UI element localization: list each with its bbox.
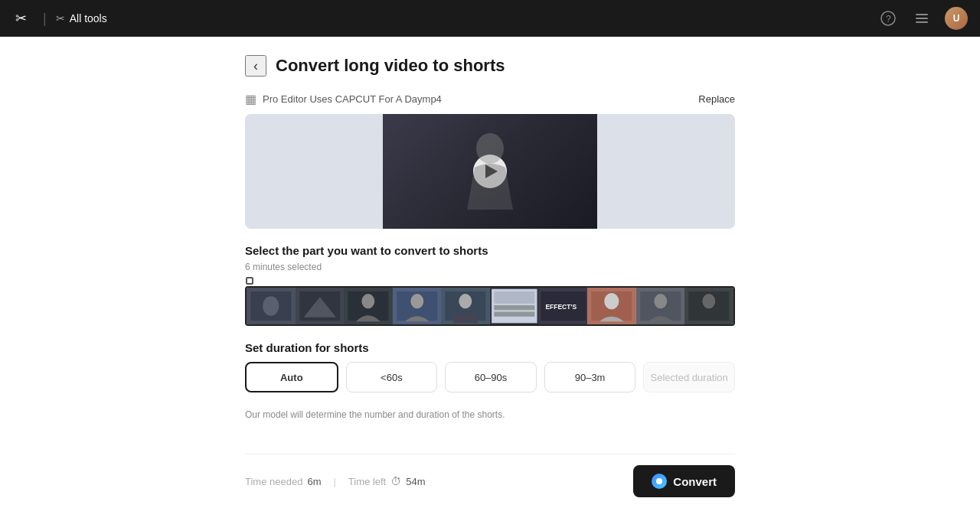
svg-point-33 bbox=[604, 293, 619, 309]
duration-lt60-button[interactable]: <60s bbox=[346, 362, 438, 392]
convert-button-label: Convert bbox=[673, 475, 717, 488]
video-thumbnail bbox=[383, 114, 597, 229]
duration-section-label: Set duration for shorts bbox=[245, 341, 735, 354]
svg-rect-22 bbox=[453, 314, 478, 324]
duration-selected-button[interactable]: Selected duration bbox=[643, 362, 735, 392]
svg-rect-6 bbox=[916, 21, 928, 23]
convert-button-icon-inner bbox=[656, 478, 662, 484]
file-icon: ▦ bbox=[245, 92, 256, 106]
replace-button[interactable]: Replace bbox=[698, 93, 735, 105]
all-tools-link[interactable]: ✂ All tools bbox=[56, 12, 107, 24]
avatar-image: U bbox=[945, 7, 968, 30]
video-side-right bbox=[597, 114, 735, 229]
page-header: ‹ Convert long video to shorts bbox=[245, 55, 735, 77]
auto-note: Our model will determine the number and … bbox=[245, 409, 735, 420]
svg-rect-27 bbox=[494, 311, 534, 316]
time-needed-label: Time needed bbox=[245, 476, 302, 487]
logo[interactable]: ✂ bbox=[12, 8, 34, 29]
video-center bbox=[383, 114, 597, 229]
top-navigation: ✂ | ✂ All tools ? U bbox=[0, 0, 980, 37]
select-section-label: Select the part you want to convert to s… bbox=[245, 244, 735, 257]
film-frame-1 bbox=[247, 288, 296, 324]
file-name: ▦ Pro Editor Uses CAPCUT For A Daymp4 bbox=[245, 92, 442, 106]
film-frame-2 bbox=[296, 288, 345, 324]
content-wrapper: ‹ Convert long video to shorts ▦ Pro Edi… bbox=[245, 37, 735, 508]
filmstrip-handle-top bbox=[245, 277, 735, 285]
time-needed-item: Time needed 6m bbox=[245, 476, 321, 487]
main-content: ‹ Convert long video to shorts ▦ Pro Edi… bbox=[0, 37, 980, 508]
nav-divider: | bbox=[43, 11, 47, 27]
svg-point-18 bbox=[410, 294, 423, 308]
time-left-value: 54m bbox=[406, 476, 425, 487]
avatar[interactable]: U bbox=[945, 7, 968, 30]
duration-buttons: Auto <60s 60–90s 90–3m Selected duration bbox=[245, 362, 735, 392]
help-button[interactable]: ? bbox=[877, 8, 899, 29]
svg-point-21 bbox=[459, 294, 472, 308]
svg-point-10 bbox=[263, 296, 279, 315]
info-separator: | bbox=[333, 476, 335, 487]
film-frame-9 bbox=[636, 288, 685, 324]
svg-point-15 bbox=[362, 294, 375, 308]
bottom-bar: Time needed 6m | Time left ⏱ 54m Convert bbox=[245, 454, 735, 508]
scissors-icon: ✂ bbox=[56, 12, 65, 24]
svg-rect-5 bbox=[916, 18, 928, 19]
filmstrip[interactable]: EFFECT'S bbox=[245, 286, 735, 326]
nav-left: ✂ | ✂ All tools bbox=[12, 8, 107, 29]
all-tools-label: All tools bbox=[70, 12, 107, 24]
selection-info: 6 minutes selected bbox=[245, 262, 735, 272]
film-frame-5 bbox=[441, 288, 490, 324]
clock-icon: ⏱ bbox=[390, 475, 401, 487]
file-name-text: Pro Editor Uses CAPCUT For A Daymp4 bbox=[263, 93, 442, 105]
svg-point-39 bbox=[703, 294, 716, 308]
film-frame-6 bbox=[490, 288, 539, 324]
svg-rect-4 bbox=[916, 14, 928, 15]
filmstrip-container: EFFECT'S bbox=[245, 277, 735, 326]
svg-point-7 bbox=[476, 133, 504, 164]
svg-text:EFFECT'S: EFFECT'S bbox=[545, 303, 577, 311]
page-title: Convert long video to shorts bbox=[276, 56, 505, 76]
time-needed-value: 6m bbox=[307, 476, 321, 487]
film-frame-3 bbox=[344, 288, 393, 324]
bottom-info: Time needed 6m | Time left ⏱ 54m bbox=[245, 475, 426, 487]
svg-point-36 bbox=[654, 294, 667, 308]
svg-text:✂: ✂ bbox=[15, 11, 27, 26]
duration-90-3m-button[interactable]: 90–3m bbox=[544, 362, 636, 392]
duration-auto-button[interactable]: Auto bbox=[245, 362, 338, 392]
back-button[interactable]: ‹ bbox=[245, 55, 266, 77]
convert-button-icon bbox=[652, 474, 667, 489]
film-frame-10 bbox=[684, 288, 733, 324]
filmstrip-handle[interactable] bbox=[246, 277, 253, 285]
nav-right: ? U bbox=[877, 7, 968, 30]
film-frame-4 bbox=[393, 288, 442, 324]
svg-text:?: ? bbox=[886, 14, 891, 24]
file-info-row: ▦ Pro Editor Uses CAPCUT For A Daymp4 Re… bbox=[245, 92, 735, 106]
film-frame-8 bbox=[587, 288, 636, 324]
svg-rect-26 bbox=[494, 305, 534, 310]
time-left-item: Time left ⏱ 54m bbox=[348, 475, 426, 487]
video-preview bbox=[245, 114, 735, 229]
layout-button[interactable] bbox=[911, 8, 933, 29]
film-frame-7: EFFECT'S bbox=[539, 288, 588, 324]
svg-rect-25 bbox=[494, 291, 534, 304]
convert-button[interactable]: Convert bbox=[633, 465, 735, 497]
video-side-left bbox=[245, 114, 383, 229]
duration-section: Set duration for shorts Auto <60s 60–90s… bbox=[245, 341, 735, 392]
duration-60-90-button[interactable]: 60–90s bbox=[445, 362, 537, 392]
time-left-label: Time left bbox=[348, 476, 386, 487]
